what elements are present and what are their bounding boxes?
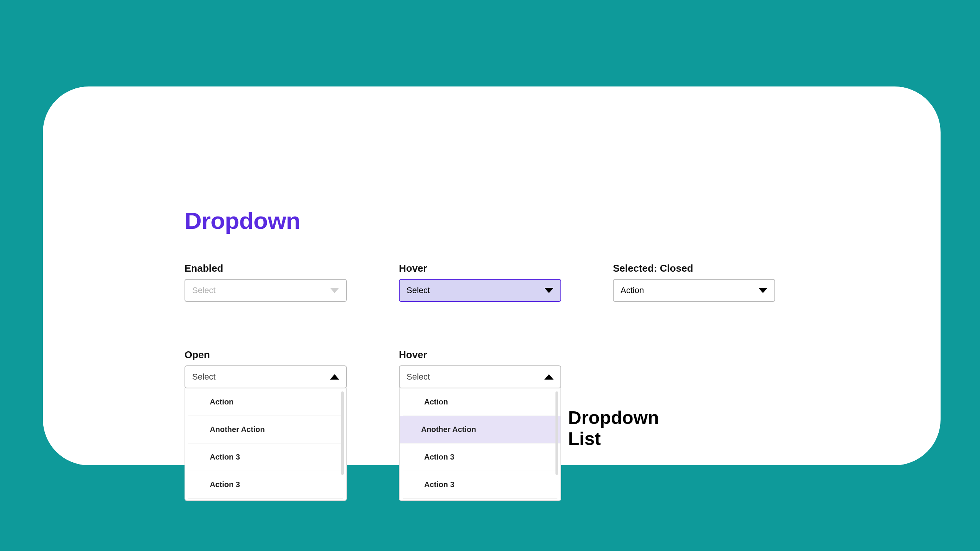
chevron-down-icon [330,288,339,293]
dropdown-option[interactable]: Action [188,388,343,416]
scrollbar[interactable] [341,391,344,475]
dropdown-option[interactable]: Action [403,388,557,416]
dropdown-selected-closed[interactable]: Action [613,279,775,302]
dropdown-option[interactable]: Another Action [188,416,343,443]
state-label-selected-closed: Selected: Closed [613,262,693,274]
dropdown-option[interactable]: Action 3 [188,443,343,471]
annotation-dropdown-list: DropdownList [568,407,659,449]
chevron-down-icon [544,288,554,293]
chevron-down-icon [758,288,768,293]
chevron-up-icon [544,374,554,380]
dropdown-placeholder: Select [192,285,216,295]
dropdown-list-hover-open: Action Another Action Action 3 Action 3 [399,388,561,501]
dropdown-option[interactable]: Action 3 [403,443,557,471]
dropdown-option[interactable]: Action 3 [188,471,343,499]
dropdown-list-open: Action Another Action Action 3 Action 3 [185,388,347,501]
showcase-card: Dropdown Enabled Hover Selected: Closed … [43,86,941,465]
dropdown-placeholder: Select [407,285,430,295]
page-title: Dropdown [185,207,301,234]
dropdown-selected-value: Action [621,285,644,295]
dropdown-open-trigger[interactable]: Select [185,365,347,388]
dropdown-option-hovered[interactable]: Another Action [400,416,560,443]
state-label-hover-open: Hover [399,349,427,361]
dropdown-placeholder: Select [192,372,216,382]
state-label-hover-closed: Hover [399,262,427,274]
state-label-open: Open [185,349,210,361]
dropdown-placeholder: Select [407,372,430,382]
chevron-up-icon [330,374,339,380]
state-label-enabled: Enabled [185,262,223,274]
dropdown-option[interactable]: Action 3 [403,471,557,499]
dropdown-hover-open-trigger[interactable]: Select [399,365,561,388]
dropdown-hover-closed[interactable]: Select [399,279,561,302]
dropdown-enabled[interactable]: Select [185,279,347,302]
scrollbar[interactable] [555,391,558,475]
